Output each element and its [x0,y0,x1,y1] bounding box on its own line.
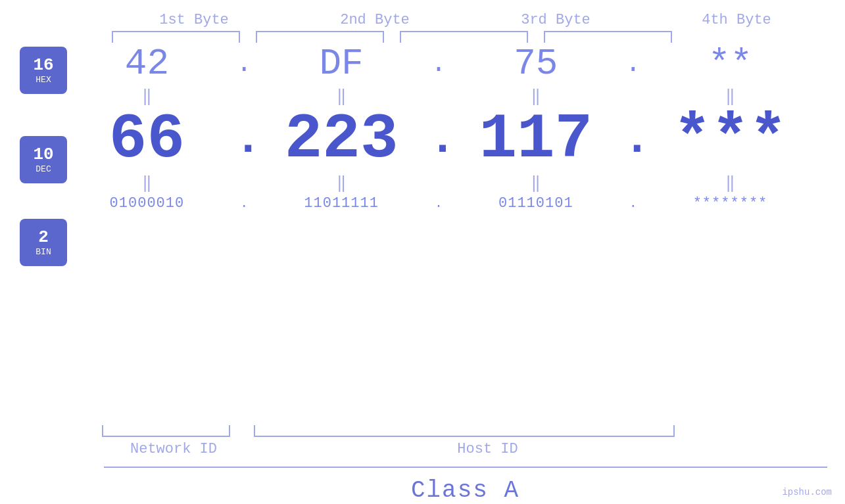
hex-dot1: . [234,49,254,79]
dec-b4: *** [658,108,802,172]
byte4-header: 4th Byte [664,12,809,28]
bin-b2: 11011111 [269,195,414,212]
eq4: ‖ [658,87,802,106]
hex-b1: 42 [74,44,219,85]
bottom-brackets [94,425,837,437]
hex-b4: ** [658,44,802,85]
eq6: ‖ [269,173,414,193]
main-container: 1st Byte 2nd Byte 3rd Byte 4th Byte 16 H… [0,0,845,504]
eq7: ‖ [464,173,608,193]
id-labels: Network ID Host ID [94,441,837,457]
hex-dot2: . [429,49,448,79]
watermark: ipshu.com [782,487,832,497]
bracket-4 [544,31,672,43]
network-bracket [102,425,230,437]
bin-b1: 01000010 [74,195,219,212]
hex-row: 42 . DF . 75 . ** [67,44,810,85]
top-brackets [104,31,827,44]
dec-badge-wrap: 10 DEC [20,120,67,199]
bin-dot2: . [429,196,448,211]
eq3: ‖ [464,87,608,106]
eq1: ‖ [74,87,219,106]
hex-b3: 75 [464,44,608,85]
eq5: ‖ [74,173,219,193]
host-bracket [254,425,675,437]
dec-dot1: . [234,114,254,166]
badges-column: 16 HEX 10 DEC 2 BIN [0,44,67,262]
host-id-label: Host ID [270,441,706,457]
eq8: ‖ [658,173,802,193]
eq-row-2: ‖ ‖ ‖ ‖ [67,172,810,195]
byte1-header: 1st Byte [122,12,266,28]
dec-dot2: . [429,114,448,166]
dec-b1: 66 [74,108,219,172]
bin-dot1: . [234,196,254,211]
byte3-header: 3rd Byte [483,12,628,28]
dec-badge: 10 DEC [20,136,67,183]
byte-headers: 1st Byte 2nd Byte 3rd Byte 4th Byte [104,0,827,28]
bin-b3: 01110101 [464,195,608,212]
hex-badge: 16 HEX [20,47,67,94]
bin-dot3: . [623,196,643,211]
bracket-1 [112,31,240,43]
class-label: Class A [411,477,519,504]
dec-b3: 117 [464,108,608,172]
network-id-label: Network ID [102,441,246,457]
byte2-header: 2nd Byte [302,12,447,28]
dec-row: 66 . 223 . 117 . *** [67,108,810,172]
values-area: 42 . DF . 75 . ** ‖ ‖ ‖ ‖ 66 . [67,44,845,212]
dec-b2: 223 [269,108,414,172]
bin-b4: ******** [658,195,802,212]
dec-dot3: . [623,114,643,166]
bracket-3 [400,31,528,43]
eq2: ‖ [269,87,414,106]
hex-badge-wrap: 16 HEX [20,44,67,97]
bin-badge-wrap: 2 BIN [20,223,67,262]
hex-dot3: . [623,49,643,79]
bin-row: 01000010 . 11011111 . 01110101 . *******… [67,195,810,212]
class-row: Class A [104,467,827,504]
hex-b2: DF [269,44,414,85]
bin-badge: 2 BIN [20,219,67,266]
bracket-2 [256,31,384,43]
